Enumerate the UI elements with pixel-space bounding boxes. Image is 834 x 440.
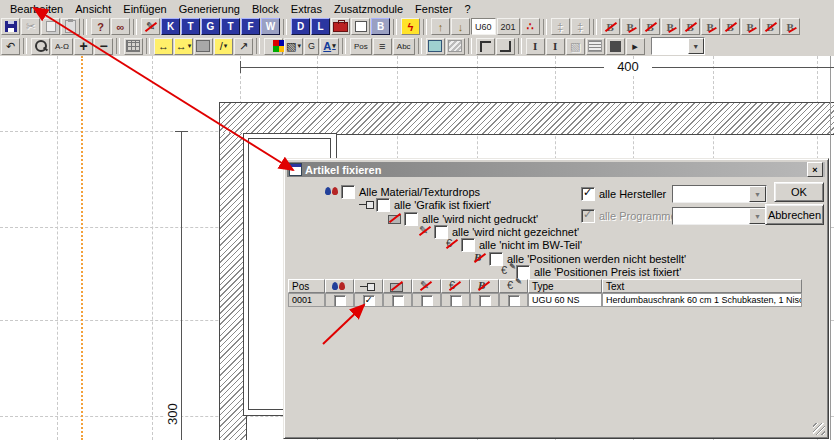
chevron-down-icon[interactable]: ▾ xyxy=(188,42,192,50)
chevron-down-icon[interactable]: ▼ xyxy=(749,186,766,202)
row-checkbox-7[interactable] xyxy=(508,295,520,307)
letter-k-button[interactable]: K xyxy=(161,18,180,35)
palette-button[interactable] xyxy=(264,38,283,55)
letter-t2-button[interactable]: T xyxy=(221,18,240,35)
menu-item-einfügen[interactable]: Einfügen xyxy=(117,2,172,16)
letter-l-button[interactable]: L xyxy=(311,18,330,35)
row-checkbox-6[interactable] xyxy=(479,295,491,307)
line-button[interactable]: ↗ xyxy=(234,38,253,55)
row-checkbox-1[interactable] xyxy=(334,295,346,307)
save-button[interactable] xyxy=(1,18,20,35)
letter-t-button[interactable]: T xyxy=(181,18,200,35)
menu-item-fenster[interactable]: Fenster xyxy=(409,2,458,16)
shape-button[interactable] xyxy=(351,18,370,35)
grid-button[interactable] xyxy=(124,38,143,55)
pillar-a-button[interactable]: ‡ xyxy=(551,18,570,35)
letter-g-button[interactable]: G xyxy=(201,18,220,35)
chevron-down-icon[interactable]: ▾ xyxy=(224,42,228,50)
tree-checkbox-2[interactable] xyxy=(376,198,390,212)
menu-item-bearbeiten[interactable]: Bearbeiten xyxy=(4,2,69,16)
more-button[interactable]: ▸ xyxy=(626,38,645,55)
wall-dim-b-button[interactable]: I xyxy=(546,38,565,55)
dimension-chain-button[interactable]: ↔▾ xyxy=(174,38,193,55)
menu-item-generierung[interactable]: Generierung xyxy=(173,2,246,16)
image-button[interactable] xyxy=(426,38,445,55)
zoom-text-button[interactable]: A-Ω xyxy=(51,38,73,55)
drawing-canvas[interactable]: 400 300 Artikel fixieren × Alle Material… xyxy=(0,56,834,440)
copy-button[interactable] xyxy=(41,18,60,35)
lightning-button[interactable]: ϟ xyxy=(401,18,420,35)
menu-item-block[interactable]: Block xyxy=(246,2,285,16)
menu-item-extras[interactable]: Extras xyxy=(285,2,328,16)
letter-d-button[interactable]: D xyxy=(291,18,310,35)
fix-variant-2-button[interactable]: B xyxy=(621,18,640,35)
no-draw-toggle-button[interactable]: ✎ xyxy=(141,18,160,35)
letter-f-button[interactable]: F xyxy=(241,18,260,35)
u60-button[interactable]: U60 xyxy=(471,18,496,35)
fix-variant-7-button[interactable]: B xyxy=(721,18,740,35)
layer-combobox[interactable]: ▼ xyxy=(651,37,705,55)
menu-item-zusatzmodule[interactable]: Zusatzmodule xyxy=(328,2,409,16)
pillar-b-button[interactable]: ‡ xyxy=(571,18,590,35)
fix-variant-1-button[interactable]: B xyxy=(601,18,620,35)
hersteller-combobox[interactable]: ▼ xyxy=(672,185,767,203)
tree-checkbox-1[interactable] xyxy=(341,185,355,199)
menu-item-ansicht[interactable]: Ansicht xyxy=(69,2,117,16)
menu-item-help[interactable]: ? xyxy=(458,2,476,16)
fill-button[interactable] xyxy=(194,38,213,55)
cancel-button[interactable]: Abbrechen xyxy=(765,204,824,225)
letter-b-button[interactable]: B xyxy=(371,18,390,35)
fix-variant-5-button[interactable]: B xyxy=(681,18,700,35)
corner-a-button[interactable] xyxy=(476,38,495,55)
row-checkbox-4[interactable] xyxy=(421,295,433,307)
fix-variant-3-button[interactable]: B xyxy=(641,18,660,35)
shade-button[interactable] xyxy=(446,38,465,55)
table-down-button[interactable]: ↓ xyxy=(451,18,470,35)
grid-g-button[interactable]: G xyxy=(304,38,319,55)
abc-button[interactable]: Abc xyxy=(393,38,415,55)
letter-w-button[interactable]: W xyxy=(261,18,280,35)
block-button[interactable] xyxy=(606,38,625,55)
chevron-down-icon[interactable]: ▾ xyxy=(332,42,336,50)
c201-button[interactable]: 201 xyxy=(497,18,520,35)
close-icon[interactable]: × xyxy=(807,162,823,177)
tree-checkbox-3[interactable] xyxy=(404,212,418,226)
hierarchy-button[interactable]: ∴ xyxy=(521,18,540,35)
fix-variant-10-button[interactable]: B xyxy=(781,18,800,35)
chevron-down-icon[interactable]: ▾ xyxy=(297,42,301,50)
resize-grip[interactable] xyxy=(813,423,825,435)
fix-variant-6-button[interactable]: B xyxy=(701,18,720,35)
cut-button[interactable]: ✂ xyxy=(21,18,40,35)
fix-variant-4-button[interactable]: B xyxy=(661,18,680,35)
fix-variant-9-button[interactable]: B xyxy=(761,18,780,35)
alle-programme-checkbox: ✓ xyxy=(581,209,595,223)
row-checkbox-3[interactable] xyxy=(392,295,404,307)
help-button[interactable]: ? xyxy=(91,18,110,35)
chevron-down-icon[interactable]: ▼ xyxy=(688,38,704,54)
dimension-button[interactable]: ↔ xyxy=(154,38,173,55)
zoom-button[interactable] xyxy=(31,38,50,55)
corner-b-button[interactable] xyxy=(496,38,515,55)
text-button[interactable]: A▾ xyxy=(320,38,339,55)
search-button[interactable]: ∞ xyxy=(111,18,130,35)
fix-variant-8-button[interactable]: B xyxy=(741,18,760,35)
position-button[interactable]: Pos xyxy=(350,38,372,55)
table-up-button[interactable]: ↑ xyxy=(431,18,450,35)
wall-dim-a-button[interactable]: I xyxy=(526,38,545,55)
row-checkbox-2[interactable]: ✓ xyxy=(363,295,375,307)
zone-a-button[interactable]: ▧ xyxy=(566,38,585,55)
freehand-button[interactable]: /▾ xyxy=(214,38,233,55)
toolbox-button[interactable] xyxy=(331,18,350,35)
ok-button[interactable]: OK xyxy=(774,182,824,202)
list-button[interactable]: ≡ xyxy=(373,38,392,55)
undo-button[interactable]: ↶ xyxy=(1,38,20,55)
paste-button[interactable] xyxy=(61,18,80,35)
tree-checkbox-5[interactable] xyxy=(461,238,475,252)
alle-hersteller-checkbox[interactable]: ✓ xyxy=(581,187,595,201)
zoom-in-button[interactable]: + xyxy=(74,38,93,55)
dialog-titlebar[interactable]: Artikel fixieren × xyxy=(287,162,825,177)
view3d-button[interactable]: ▧▾ xyxy=(284,38,303,55)
row-checkbox-5[interactable] xyxy=(450,295,462,307)
zoom-out-button[interactable]: − xyxy=(94,38,113,55)
zone-b-button[interactable] xyxy=(586,38,605,55)
